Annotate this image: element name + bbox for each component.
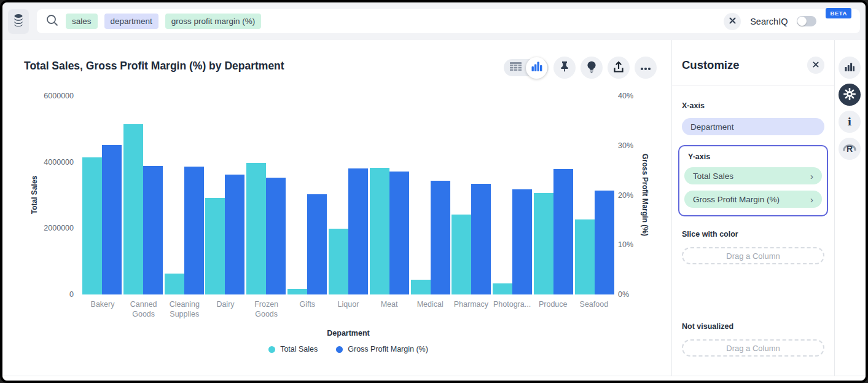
not-visualized-label: Not visualized: [682, 322, 824, 331]
share-button[interactable]: [608, 57, 630, 79]
x-axis-category-label: Seafood: [574, 299, 614, 320]
bar-total-sales[interactable]: [205, 198, 225, 294]
search-token[interactable]: department: [104, 14, 158, 29]
bar-gross-profit-margin[interactable]: [512, 189, 532, 294]
more-options-button[interactable]: [635, 57, 657, 79]
x-axis-category-label: Medical: [410, 299, 450, 320]
x-axis-category-label: Liquor: [328, 299, 369, 320]
bar-group: [82, 145, 122, 294]
bar-total-sales[interactable]: [82, 157, 102, 294]
chart-type-icon: [845, 63, 854, 73]
view-toggle[interactable]: [504, 59, 549, 76]
app-inner: sales department gross profit margin (%)…: [2, 2, 866, 381]
bar-gross-profit-margin[interactable]: [266, 178, 286, 294]
bar-total-sales[interactable]: [575, 219, 595, 294]
share-icon: [613, 61, 624, 74]
bar-group: [287, 194, 327, 294]
chevron-right-icon[interactable]: ›: [810, 195, 813, 204]
x-axis-column-pill[interactable]: Department: [682, 118, 824, 135]
right-axis-title: Gross Profit Margin (%): [641, 154, 649, 236]
y-axis-column-pill-total-sales[interactable]: Total Sales ›: [684, 167, 822, 184]
customize-panel: Customize X-axis Department Y-axis: [672, 40, 835, 376]
customize-close-button[interactable]: [807, 57, 824, 74]
clear-search-button[interactable]: [724, 13, 741, 30]
bar-group: [370, 168, 409, 294]
axis-tick-label: 0: [2, 290, 74, 299]
x-axis-category-label: Meat: [369, 299, 410, 320]
customize-title: Customize: [682, 58, 740, 72]
bar-gross-profit-margin[interactable]: [431, 181, 450, 294]
chart-toolbar: [504, 57, 657, 79]
bar-gross-profit-margin[interactable]: [471, 184, 491, 294]
bar-gross-profit-margin[interactable]: [184, 167, 204, 294]
bar-group: [534, 169, 573, 294]
searchiq-label: SearchIQ: [750, 17, 788, 26]
x-axis-category-label: Photogra...: [492, 299, 533, 320]
slice-drop-zone[interactable]: Drag a Column: [682, 247, 824, 264]
search-token[interactable]: sales: [66, 14, 98, 29]
chart-title: Total Sales, Gross Profit Margin (%) by …: [24, 60, 284, 73]
info-icon: i: [848, 116, 851, 128]
legend-dot-blue: [336, 346, 343, 353]
search-input[interactable]: sales department gross profit margin (%)…: [37, 9, 860, 33]
close-icon: [729, 17, 736, 26]
bar-group: [452, 184, 491, 294]
bar-total-sales[interactable]: [493, 283, 512, 294]
bar-gross-profit-margin[interactable]: [389, 172, 409, 294]
x-axis-category-label: Produce: [533, 299, 573, 320]
legend-item-total-sales[interactable]: Total Sales: [268, 345, 318, 353]
axis-tick-label: 40%: [618, 92, 652, 100]
chart-view-selected[interactable]: [526, 57, 547, 79]
table-view-icon[interactable]: [510, 62, 522, 74]
bar-total-sales[interactable]: [370, 168, 389, 294]
chevron-right-icon[interactable]: ›: [810, 172, 813, 181]
bar-group: [575, 191, 614, 294]
bar-gross-profit-margin[interactable]: [553, 169, 573, 294]
chart-view-icon: [531, 61, 542, 74]
bar-gross-profit-margin[interactable]: [102, 145, 122, 294]
legend-label: Gross Profit Margin (%): [348, 345, 428, 353]
search-token[interactable]: gross profit margin (%): [165, 14, 262, 29]
info-button[interactable]: i: [839, 111, 861, 133]
x-axis-category-label: Gifts: [287, 299, 327, 320]
bar-total-sales[interactable]: [534, 193, 553, 294]
more-options-icon: [640, 63, 651, 73]
data-source-button[interactable]: [8, 9, 29, 34]
bar-group: [329, 168, 368, 294]
bar-gross-profit-margin[interactable]: [225, 175, 244, 294]
bar-group: [411, 181, 450, 294]
configure-gear-button[interactable]: [839, 84, 861, 106]
close-icon: [813, 61, 819, 69]
bar-total-sales[interactable]: [165, 274, 184, 294]
not-visualized-drop-zone[interactable]: Drag a Column: [682, 339, 824, 357]
chart-type-button[interactable]: [839, 57, 861, 79]
searchiq-toggle[interactable]: [797, 16, 816, 26]
y-axis-column-pill-gross-profit-margin[interactable]: Gross Profit Margin (%) ›: [684, 191, 822, 208]
axis-tick-label: 4000000: [2, 158, 74, 167]
bar-gross-profit-margin[interactable]: [348, 168, 368, 294]
bar-total-sales[interactable]: [287, 289, 307, 294]
chart-card: Total Sales, Gross Profit Margin (%) by …: [2, 40, 672, 376]
bar-total-sales[interactable]: [411, 280, 431, 294]
bar-total-sales[interactable]: [246, 163, 266, 294]
bar-gross-profit-margin[interactable]: [307, 194, 327, 294]
bar-total-sales[interactable]: [452, 215, 471, 294]
insights-button[interactable]: [581, 57, 603, 79]
bar-group: [246, 163, 286, 294]
y-axis-highlight-box: Y-axis Total Sales › Gross Profit Margin…: [678, 145, 828, 216]
x-axis-category-label: Cleaning Supplies: [164, 299, 205, 320]
legend-item-gross-profit-margin[interactable]: Gross Profit Margin (%): [336, 345, 428, 353]
x-axis-section-label: X-axis: [682, 101, 824, 110]
bar-gross-profit-margin[interactable]: [595, 191, 614, 294]
bar-group: [493, 189, 532, 294]
pin-button[interactable]: [553, 57, 576, 79]
bar-gross-profit-margin[interactable]: [143, 166, 163, 294]
x-axis-category-label: Frozen Goods: [246, 299, 287, 320]
bar-group: [165, 167, 204, 294]
search-icon: [45, 14, 59, 30]
axis-tick-label: 2000000: [2, 224, 74, 232]
y-axis-section-label: Y-axis: [683, 152, 823, 161]
bar-total-sales[interactable]: [123, 124, 143, 294]
r-analysis-button[interactable]: R: [839, 138, 861, 160]
bar-total-sales[interactable]: [329, 229, 348, 294]
